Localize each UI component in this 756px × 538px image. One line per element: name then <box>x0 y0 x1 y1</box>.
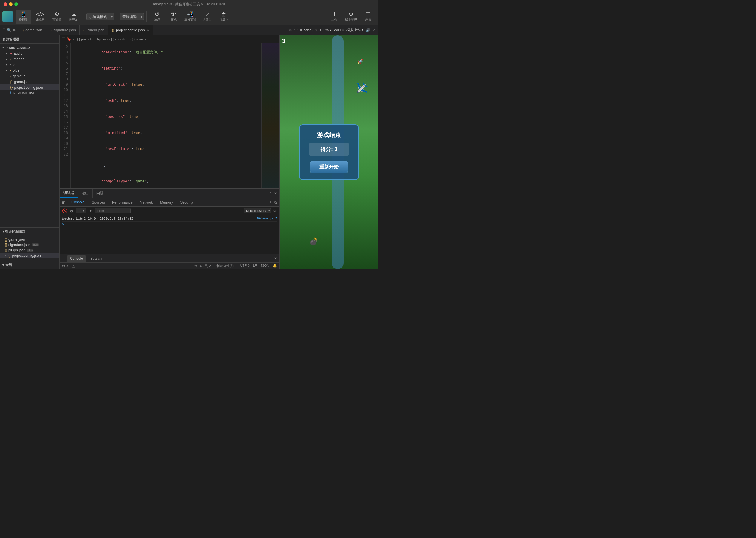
open-editor-game-json[interactable]: {} game.json <box>0 237 59 242</box>
editor-filename: project.config.json <box>12 253 41 258</box>
tab-memory[interactable]: Memory <box>157 198 177 206</box>
clear-button[interactable]: 🗑 清缓存 <box>216 10 231 24</box>
tab-plugin-json[interactable]: {} plugin.json <box>80 25 108 35</box>
tree-readme[interactable]: ▸ ℹ README.md <box>0 90 59 96</box>
zoom-level[interactable]: 100% ▾ <box>319 28 331 32</box>
project-name: MINIGAME-8 <box>9 46 31 50</box>
toolbar-icon[interactable]: ☰ <box>62 37 65 41</box>
real-debug-button[interactable]: 📲 真机调试 <box>183 10 198 24</box>
more-tabs-icon[interactable]: ••• <box>294 28 298 32</box>
tab-more[interactable]: » <box>197 198 206 206</box>
devtools-close-icon[interactable]: ✕ <box>274 191 277 195</box>
plus-tag: plus <box>27 249 33 252</box>
back-icon[interactable]: ← <box>72 37 76 41</box>
simulate-ops[interactable]: 模拟操作 ▾ <box>346 27 363 32</box>
compile-select[interactable]: 普通编译 <box>119 13 144 20</box>
console-file-link[interactable]: WAGame.js:2 <box>257 217 277 220</box>
compile-button[interactable]: ↺ 编译 <box>149 10 165 24</box>
level-select[interactable]: Default levels <box>244 208 271 213</box>
detail-button[interactable]: ☰ 详情 <box>360 10 376 24</box>
version-button[interactable]: ⚙ 版本管理 <box>343 10 359 24</box>
device-selector[interactable]: iPhone 5 ▾ <box>300 28 317 32</box>
bottom-close-icon[interactable]: ✕ <box>274 256 277 261</box>
window-controls[interactable] <box>4 2 18 6</box>
tab-signature-json[interactable]: {} signature.json <box>46 25 80 35</box>
simulator-button[interactable]: 📱 模拟器 <box>16 10 31 24</box>
phone-icon: 📱 <box>20 12 27 17</box>
nav-icon[interactable]: ⇅ <box>13 28 16 32</box>
tab-project-config[interactable]: {} project.config.json ✕ <box>108 25 153 35</box>
devtools-panel-icon[interactable]: ◧ <box>60 198 68 206</box>
window-title: minigame-8 - 微信开发者工具 v1.02.2001070 <box>153 2 225 7</box>
tree-game-js[interactable]: ▸ ▪ game.js <box>0 73 59 79</box>
open-editor-plugin-json[interactable]: {} plugin.json plus <box>0 247 59 253</box>
cloud-button[interactable]: ☁ 云开发 <box>66 10 81 24</box>
close-btn[interactable] <box>4 2 7 6</box>
tree-plus[interactable]: ▸ ▪ plus <box>0 68 59 73</box>
sidebar-toggle-icon[interactable]: ☰ <box>2 28 6 32</box>
tree-images[interactable]: ▸ ▪ images <box>0 56 59 62</box>
tab-sources[interactable]: Sources <box>88 198 108 206</box>
volume-icon[interactable]: 🔊 <box>366 28 370 32</box>
mode-select-wrap[interactable]: 小游戏模式 <box>86 13 114 20</box>
bottom-tab-console[interactable]: Console <box>67 255 86 262</box>
settings-gear-icon[interactable]: ⚙ <box>273 208 277 213</box>
open-editor-project-config[interactable]: × {} project.config.json <box>0 253 59 258</box>
stop-icon[interactable]: ⊘ <box>70 208 73 213</box>
upload-button[interactable]: ⬆ 上传 <box>327 10 342 24</box>
tab-performance[interactable]: Performance <box>108 198 136 206</box>
devtools-tab-problems[interactable]: 问题 <box>93 189 107 198</box>
tree-audio[interactable]: ▸ ● audio <box>0 50 59 56</box>
preview-button[interactable]: 👁 预览 <box>166 10 181 24</box>
eye-icon[interactable]: 👁 <box>89 209 92 213</box>
minimize-btn[interactable] <box>9 2 13 6</box>
devtools-tab-output[interactable]: 输出 <box>78 189 93 198</box>
open-editor-signature-json[interactable]: {} signature.json plus <box>0 242 59 247</box>
separator-2 <box>117 11 117 22</box>
tab-close-icon[interactable]: ✕ <box>147 29 149 32</box>
context-selector[interactable]: top ▾ <box>76 208 86 213</box>
bottom-tab-search[interactable]: Search <box>87 255 104 262</box>
filter-input[interactable] <box>95 208 131 213</box>
bottom-menu-icon[interactable]: ⋮ <box>62 256 66 261</box>
line-ending[interactable]: LF <box>253 264 257 268</box>
dock-icon[interactable]: ⧉ <box>274 200 277 204</box>
outline-header[interactable]: ▾ 大纲 <box>0 261 59 269</box>
tab-console[interactable]: Console <box>68 198 88 206</box>
network-selector[interactable]: WiFi ▾ <box>334 28 344 32</box>
tab-game-json[interactable]: {} game.json <box>18 25 46 35</box>
tab-security[interactable]: Security <box>177 198 197 206</box>
bell-icon[interactable]: 🔔 <box>273 264 277 268</box>
maximize-btn[interactable] <box>14 2 18 6</box>
fullscreen-icon[interactable]: ⤢ <box>373 28 376 32</box>
tree-project-config[interactable]: ▸ {} project.config.json <box>0 84 59 90</box>
more-options-icon[interactable]: ⋮ <box>269 200 273 204</box>
cut-button[interactable]: ↙ 切后台 <box>199 10 215 24</box>
bookmark-icon[interactable]: 🔖 <box>67 37 71 41</box>
toolbar-right: ⬆ 上传 ⚙ 版本管理 ☰ 详情 <box>327 10 376 24</box>
restart-button[interactable]: 重新开始 <box>310 161 348 174</box>
project-root[interactable]: ▾ ▫ MINIGAME-8 <box>0 45 59 50</box>
level-select-wrap[interactable]: Default levels <box>244 208 271 213</box>
tree-game-json[interactable]: ▸ {} game.json <box>0 79 59 84</box>
tab-size[interactable]: 制表符长度: 2 <box>216 264 236 268</box>
editor-button[interactable]: </> 编辑器 <box>32 10 48 24</box>
open-editors-header[interactable]: ▾ 打开的编辑器 <box>0 227 59 236</box>
code-lines[interactable]: "description": "项目配置文件。", "setting": { "… <box>71 43 262 188</box>
language[interactable]: JSON <box>261 264 269 268</box>
expand-icon[interactable]: ⌃ <box>269 191 272 195</box>
compile-select-wrap[interactable]: 普通编译 <box>119 13 144 20</box>
devtools-tab-debugger[interactable]: 调试器 <box>60 189 78 198</box>
line-col[interactable]: 行 18，列 21 <box>194 264 213 268</box>
close-x-icon[interactable]: × <box>5 254 7 257</box>
encoding[interactable]: UTF-8 <box>240 264 249 268</box>
search-icon[interactable]: 🔍 <box>7 28 11 32</box>
sidebar-header-bar: 资源管理器 <box>0 35 59 44</box>
json-icon: {} <box>22 28 24 32</box>
mode-select[interactable]: 小游戏模式 <box>86 13 114 20</box>
clear-console-icon[interactable]: 🚫 <box>62 208 67 213</box>
tree-js[interactable]: ▸ ▪ js <box>0 62 59 68</box>
tab-network[interactable]: Network <box>136 198 157 206</box>
split-editor-icon[interactable]: ⧉ <box>289 28 292 32</box>
debugger-button[interactable]: ⚙ 调试器 <box>49 10 65 24</box>
